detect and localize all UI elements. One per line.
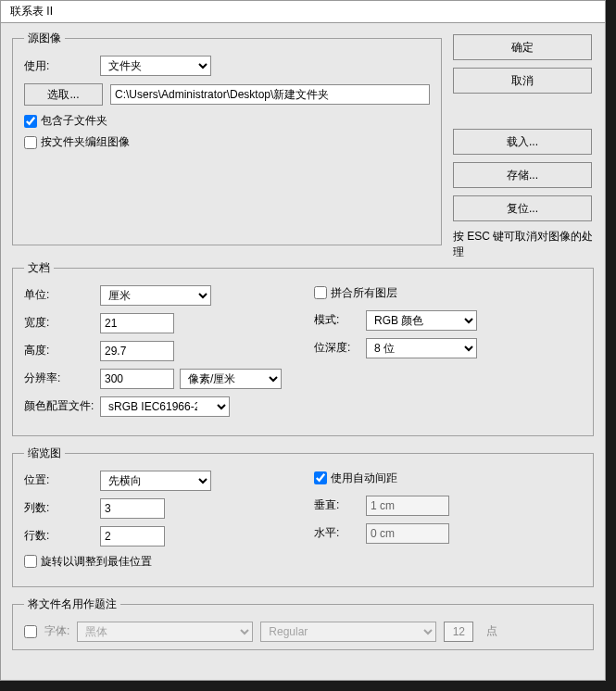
horizontal-label: 水平: [314,525,366,541]
include-subfolders-label: 包含子文件夹 [41,113,107,129]
dialog-window: 联系表 II 源图像 使用: 文件夹 选取... [0,0,606,681]
font-label: 字体: [44,623,69,639]
rotate-checkbox[interactable] [24,555,37,568]
depth-select[interactable]: 8 位 [366,338,477,358]
rows-input[interactable] [100,526,165,547]
browse-button[interactable]: 选取... [24,83,103,106]
font-select: 黑体 [77,622,253,642]
caption-legend: 将文件名用作题注 [24,597,120,612]
use-select[interactable]: 文件夹 [100,56,211,76]
flatten-label: 拼合所有图层 [331,285,397,301]
caption-checkbox[interactable] [24,625,37,638]
cancel-button[interactable]: 取消 [453,68,592,94]
ok-button[interactable]: 确定 [453,34,592,60]
profile-select[interactable]: sRGB IEC61966-2.1 [100,396,230,417]
unit-label: 单位: [24,287,100,303]
dialog-body: 源图像 使用: 文件夹 选取... 包含子文件夹 [1,23,605,680]
use-label: 使用: [24,58,100,74]
depth-label: 位深度: [314,340,366,356]
group-by-folder-label: 按文件夹编组图像 [41,134,130,150]
height-input[interactable] [100,341,174,361]
esc-note: 按 ESC 键可取消对图像的处理 [453,229,594,260]
source-group: 源图像 使用: 文件夹 选取... 包含子文件夹 [12,31,442,245]
resolution-input[interactable] [100,369,174,389]
load-button[interactable]: 载入... [453,129,592,155]
placement-select[interactable]: 先横向 [100,471,211,491]
auto-spacing-checkbox[interactable] [314,471,327,484]
rotate-label: 旋转以调整到最佳位置 [41,554,152,570]
mode-select[interactable]: RGB 颜色 [366,310,477,331]
horizontal-input [366,523,449,544]
placement-label: 位置: [24,472,100,488]
group-by-folder-checkbox[interactable] [24,136,37,149]
include-subfolders-checkbox[interactable] [24,115,37,128]
mode-label: 模式: [314,312,366,328]
titlebar: 联系表 II [1,1,605,23]
font-style-select: Regular [260,622,436,642]
resolution-label: 分辨率: [24,371,100,386]
font-size-input [444,622,473,642]
flatten-checkbox[interactable] [314,286,327,299]
caption-group: 将文件名用作题注 字体: 黑体 Regular 点 [12,597,594,650]
dialog-title: 联系表 II [10,4,53,19]
source-legend: 源图像 [24,31,65,46]
cols-label: 列数: [24,500,100,516]
reset-button[interactable]: 复位... [453,195,592,221]
profile-label: 颜色配置文件: [24,398,100,414]
vertical-label: 垂直: [314,497,366,513]
height-label: 高度: [24,343,100,358]
document-group: 文档 单位: 厘米 宽度: 高度: 分辨率 [12,260,594,436]
width-label: 宽度: [24,315,100,331]
cols-input[interactable] [100,498,165,519]
rows-label: 行数: [24,528,100,544]
unit-select[interactable]: 厘米 [100,285,211,306]
font-size-unit: 点 [486,623,497,639]
save-button[interactable]: 存储... [453,162,592,188]
thumbnail-legend: 缩览图 [24,446,65,461]
resolution-unit-select[interactable]: 像素/厘米 [180,369,282,389]
vertical-input [366,496,449,516]
thumbnail-group: 缩览图 位置: 先横向 列数: 行数: [12,446,594,587]
width-input[interactable] [100,313,174,333]
document-legend: 文档 [24,260,54,276]
auto-spacing-label: 使用自动间距 [331,471,397,486]
path-input[interactable] [110,84,430,105]
